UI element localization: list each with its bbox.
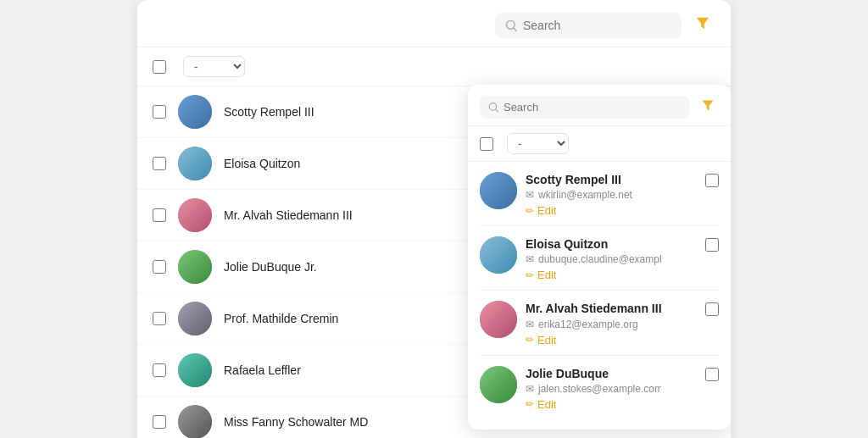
avatar	[178, 250, 212, 284]
contact-checkbox[interactable]	[153, 312, 166, 325]
svg-point-17	[480, 366, 517, 403]
dropdown-item-checkbox[interactable]	[705, 238, 719, 252]
avatar-graphic	[178, 302, 212, 335]
sort-select[interactable]: - Name Email Date	[183, 56, 245, 77]
svg-point-8	[178, 353, 212, 387]
dropdown-top-bar	[468, 85, 731, 126]
dropdown-item-inner: Mr. Alvah Stiedemann III ✉ erika12@examp…	[526, 301, 697, 354]
dropdown-item-row: Scotty Rempel III ✉ wkirlin@example.net …	[468, 162, 731, 225]
dropdown-avatar-graphic	[480, 301, 517, 338]
dropdown-avatar-graphic	[480, 366, 517, 403]
avatar-graphic	[178, 147, 212, 180]
dropdown-avatar	[480, 366, 517, 403]
dropdown-email-icon: ✉	[526, 383, 534, 395]
dropdown-item: Eloisa Quitzon ✉ dubuque.claudine@exampl…	[468, 226, 731, 291]
dropdown-item-inner: Jolie DuBuque ✉ jalen.stokes@example.com…	[526, 366, 697, 419]
dropdown-filter-icon	[701, 98, 715, 112]
dropdown-select-all-checkbox[interactable]	[480, 137, 493, 151]
dropdown-edit-link[interactable]: ✏ Edit	[526, 265, 697, 290]
svg-point-15	[480, 236, 517, 274]
dropdown-item-email: ✉ dubuque.claudine@example...	[526, 253, 661, 265]
dropdown-email-icon: ✉	[526, 189, 534, 201]
avatar	[178, 302, 212, 335]
avatar	[178, 95, 212, 129]
dropdown-item: Scotty Rempel III ✉ wkirlin@example.net …	[468, 162, 731, 226]
contact-checkbox[interactable]	[153, 363, 166, 377]
dropdown-item-email: ✉ wkirlin@example.net	[526, 189, 661, 201]
dropdown-item-row: Jolie DuBuque ✉ jalen.stokes@example.com…	[468, 356, 731, 430]
avatar	[178, 353, 212, 387]
svg-marker-13	[703, 100, 714, 110]
svg-point-16	[480, 301, 517, 338]
dropdown-item-name: Mr. Alvah Stiedemann III	[526, 301, 697, 316]
svg-point-7	[178, 302, 212, 335]
dropdown-item-checkbox[interactable]	[705, 174, 719, 187]
svg-point-6	[178, 250, 212, 284]
edit-pencil-icon: ✏	[526, 269, 534, 281]
dropdown-item-name: Eloisa Quitzon	[526, 236, 697, 252]
avatar	[178, 405, 212, 438]
dropdown-item-checkbox[interactable]	[705, 302, 719, 316]
main-filter-button[interactable]	[690, 12, 715, 38]
dropdown-edit-link[interactable]: ✏ Edit	[526, 395, 697, 419]
dropdown-avatar	[480, 172, 517, 209]
top-bar	[137, 0, 731, 47]
dropdown-item-email: ✉ erika12@example.org	[526, 319, 661, 330]
dropdown-email-icon: ✉	[526, 253, 534, 265]
svg-marker-2	[697, 18, 709, 30]
contact-checkbox[interactable]	[153, 208, 166, 222]
dropdown-item-inner: Eloisa Quitzon ✉ dubuque.claudine@exampl…	[526, 236, 697, 290]
dropdown-items-container: Scotty Rempel III ✉ wkirlin@example.net …	[468, 162, 731, 430]
edit-label: Edit	[537, 334, 556, 347]
dropdown-item-row: Mr. Alvah Stiedemann III ✉ erika12@examp…	[468, 291, 731, 354]
edit-pencil-icon: ✏	[526, 334, 534, 346]
svg-point-9	[178, 405, 212, 438]
svg-point-3	[178, 95, 212, 129]
dropdown-avatar	[480, 236, 517, 274]
dropdown-item-row: Eloisa Quitzon ✉ dubuque.claudine@exampl…	[468, 226, 731, 290]
dropdown-item: Mr. Alvah Stiedemann III ✉ erika12@examp…	[468, 291, 731, 355]
svg-point-4	[178, 147, 212, 180]
main-search-box[interactable]	[495, 13, 682, 38]
avatar	[178, 147, 212, 180]
avatar-graphic	[178, 353, 212, 387]
dropdown-item-inner: Scotty Rempel III ✉ wkirlin@example.net …	[526, 172, 697, 225]
dropdown-item: Jolie DuBuque ✉ jalen.stokes@example.com…	[468, 356, 731, 430]
dropdown-search-input[interactable]	[504, 101, 682, 114]
dropdown-item-checkbox[interactable]	[705, 368, 719, 381]
contact-checkbox[interactable]	[153, 157, 166, 170]
dropdown-panel: - Name Email Scotty Rempel III ✉ wkirlin…	[468, 85, 731, 430]
edit-label: Edit	[537, 269, 556, 281]
dropdown-search-icon	[488, 102, 498, 113]
dropdown-search-box[interactable]	[480, 96, 690, 119]
avatar-graphic	[178, 250, 212, 284]
contact-checkbox[interactable]	[153, 260, 166, 274]
dropdown-edit-link[interactable]: ✏ Edit	[526, 330, 697, 355]
dropdown-sort-select[interactable]: - Name Email	[507, 133, 569, 154]
select-all-checkbox[interactable]	[153, 60, 166, 74]
dropdown-filter-button[interactable]	[697, 95, 719, 119]
dropdown-item-name: Scotty Rempel III	[526, 172, 697, 187]
svg-point-5	[178, 198, 212, 232]
search-icon	[505, 19, 517, 31]
svg-line-12	[496, 109, 498, 112]
edit-label: Edit	[537, 204, 556, 217]
dropdown-avatar	[480, 301, 517, 338]
dropdown-controls-bar: - Name Email	[468, 126, 731, 162]
filter-icon	[695, 15, 710, 30]
dropdown-item-email: ✉ jalen.stokes@example.com	[526, 383, 661, 395]
contact-checkbox[interactable]	[153, 105, 166, 119]
dropdown-avatar-graphic	[480, 236, 517, 274]
edit-label: Edit	[537, 398, 556, 411]
avatar-graphic	[178, 405, 212, 438]
main-search-input[interactable]	[523, 19, 671, 32]
edit-pencil-icon: ✏	[526, 205, 534, 217]
dropdown-item-name: Jolie DuBuque	[526, 366, 697, 381]
contact-checkbox[interactable]	[153, 415, 166, 429]
avatar	[178, 198, 212, 232]
edit-pencil-icon: ✏	[526, 398, 534, 410]
svg-point-14	[480, 172, 517, 209]
dropdown-edit-link[interactable]: ✏ Edit	[526, 201, 697, 225]
avatar-graphic	[178, 95, 212, 129]
svg-line-1	[514, 28, 516, 30]
